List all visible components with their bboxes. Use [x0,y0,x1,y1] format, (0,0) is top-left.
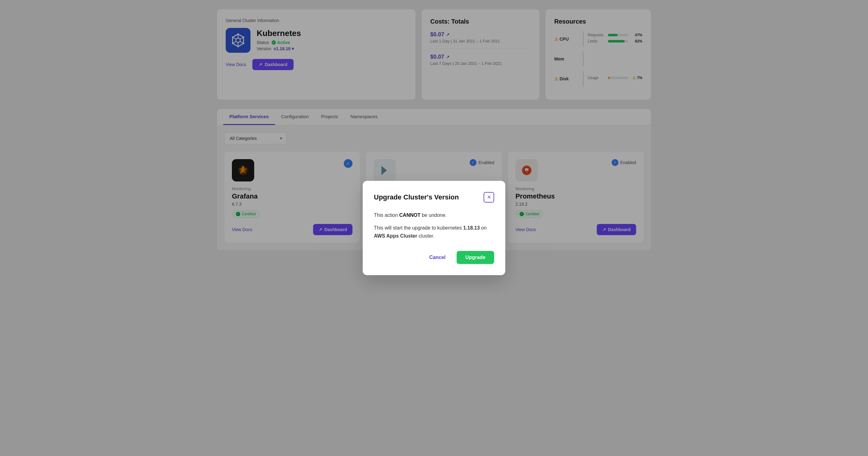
modal-footer: Cancel Upgrade [374,251,494,264]
upgrade-button[interactable]: Upgrade [457,251,494,264]
modal-warning: This action CANNOT be undone. [374,211,494,219]
modal-close-button[interactable]: ✕ [484,192,494,203]
modal-header: Upgrade Cluster's Version ✕ [374,192,494,203]
modal-overlay[interactable]: Upgrade Cluster's Version ✕ This action … [0,0,868,456]
modal-title: Upgrade Cluster's Version [374,193,459,201]
upgrade-modal: Upgrade Cluster's Version ✕ This action … [363,181,505,276]
modal-body: This action CANNOT be undone. This will … [374,211,494,240]
cancel-button[interactable]: Cancel [423,251,452,264]
cannot-text: CANNOT [399,212,421,218]
upgrade-version: 1.18.13 [463,225,479,230]
modal-detail: This will start the upgrade to kubernete… [374,224,494,240]
cluster-name-modal: AWS Apps Cluster [374,233,417,238]
